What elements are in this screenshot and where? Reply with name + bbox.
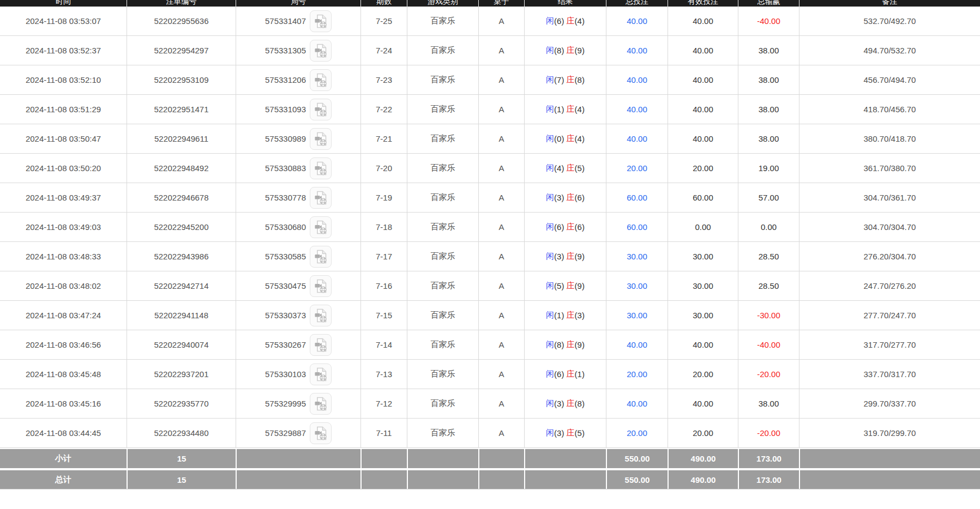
- replay-video-button[interactable]: [310, 128, 332, 150]
- replay-video-button[interactable]: [310, 187, 332, 209]
- player-result-label: 闲: [546, 16, 554, 26]
- video-replay-icon: [312, 307, 329, 324]
- table-name-cell: A: [478, 242, 524, 271]
- table-row: 2024-11-08 03:49:37522022946678575330778…: [0, 183, 980, 213]
- grand-total-empty-cell: [236, 470, 360, 489]
- player-result-value: (0): [554, 134, 564, 143]
- round-number: 575330989: [265, 134, 306, 143]
- result-cell: 闲(3) 庄(9): [524, 242, 606, 271]
- player-result-value: (6): [554, 369, 564, 379]
- total-bet-cell: 40.00: [606, 36, 668, 65]
- subtotal-count: 15: [127, 449, 236, 468]
- bet-id-cell: 522022934480: [127, 419, 236, 447]
- video-replay-icon: [312, 396, 329, 412]
- video-replay-icon: [312, 425, 329, 441]
- grand-total-empty-cell: [524, 470, 606, 489]
- replay-video-button[interactable]: [310, 305, 332, 326]
- table-row: 2024-11-08 03:49:03522022945200575330680…: [0, 213, 980, 242]
- round-number: 575330778: [265, 193, 306, 202]
- win-loss-cell: 38.00: [738, 36, 799, 65]
- column-header-table: 桌子: [478, 0, 524, 7]
- replay-video-button[interactable]: [310, 69, 332, 91]
- bet-id-cell: 522022935770: [127, 389, 236, 418]
- bet-id-cell: 522022949611: [127, 124, 236, 153]
- result-cell: 闲(8) 庄(9): [524, 330, 606, 359]
- valid-bet-cell: 60.00: [668, 183, 738, 212]
- replay-video-button[interactable]: [310, 157, 332, 179]
- replay-video-button[interactable]: [310, 246, 332, 268]
- bet-id-cell: 522022955636: [127, 7, 236, 35]
- round-cell: 575331093: [236, 95, 360, 124]
- replay-video-button[interactable]: [310, 422, 332, 444]
- valid-bet-cell: 40.00: [668, 124, 738, 153]
- replay-video-button[interactable]: [310, 334, 332, 356]
- period-cell: 7-13: [360, 360, 407, 389]
- player-result-value: (8): [554, 340, 564, 349]
- period-cell: 7-25: [360, 7, 407, 35]
- result-cell: 闲(3) 庄(8): [524, 389, 606, 418]
- table-row: 2024-11-08 03:47:24522022941148575330373…: [0, 301, 980, 330]
- player-result-value: (3): [554, 428, 564, 438]
- win-loss-cell: 0.00: [738, 213, 799, 241]
- game-type-cell: 百家乐: [407, 7, 478, 35]
- bet-id-cell: 522022937201: [127, 360, 236, 389]
- bet-id-cell: 522022941148: [127, 301, 236, 330]
- table-name-cell: A: [478, 124, 524, 153]
- banker-result-value: (8): [575, 75, 585, 84]
- win-loss-cell: 38.00: [738, 65, 799, 94]
- grand-total-label: 总计: [0, 470, 127, 489]
- banker-result-value: (4): [575, 16, 585, 26]
- round-number: 575331206: [265, 75, 306, 84]
- player-result-label: 闲: [546, 251, 554, 262]
- column-header-win-loss: 总输赢: [738, 0, 799, 7]
- banker-result-value: (6): [575, 222, 585, 232]
- balance-cell: 337.70/317.70: [799, 360, 980, 389]
- column-header-game-type: 游戏类别: [407, 0, 478, 7]
- player-result-value: (7): [554, 75, 564, 84]
- banker-result-label: 庄: [567, 163, 575, 173]
- table-name-cell: A: [478, 213, 524, 241]
- round-number: 575330585: [265, 252, 306, 261]
- balance-cell: 494.70/532.70: [799, 36, 980, 65]
- round-cell: 575330680: [236, 213, 360, 241]
- round-number: 575329887: [265, 428, 306, 438]
- valid-bet-cell: 40.00: [668, 65, 738, 94]
- replay-video-button[interactable]: [310, 216, 332, 238]
- replay-video-button[interactable]: [310, 10, 332, 32]
- bet-history-page: 时间 注单编号 局号 期数 游戏类别 桌子 结果 总投注 有效投注 总输赢 备注…: [0, 0, 980, 509]
- valid-bet-cell: 20.00: [668, 419, 738, 447]
- valid-bet-cell: 30.00: [668, 271, 738, 300]
- total-bet-cell: 40.00: [606, 65, 668, 94]
- subtotal-empty-cell: [799, 449, 980, 468]
- replay-video-button[interactable]: [310, 275, 332, 297]
- table-header: 时间 注单编号 局号 期数 游戏类别 桌子 结果 总投注 有效投注 总输赢 备注: [0, 0, 980, 7]
- time-cell: 2024-11-08 03:52:10: [0, 65, 127, 94]
- valid-bet-cell: 40.00: [668, 330, 738, 359]
- column-header-period: 期数: [360, 0, 407, 7]
- win-loss-cell: 38.00: [738, 124, 799, 153]
- player-result-label: 闲: [546, 134, 554, 144]
- replay-video-button[interactable]: [310, 393, 332, 415]
- video-replay-icon: [312, 190, 329, 206]
- player-result-label: 闲: [546, 192, 554, 203]
- total-bet-cell: 20.00: [606, 154, 668, 183]
- player-result-label: 闲: [546, 340, 554, 350]
- game-type-cell: 百家乐: [407, 213, 478, 241]
- replay-video-button[interactable]: [310, 40, 332, 62]
- replay-video-button[interactable]: [310, 99, 332, 120]
- period-cell: 7-17: [360, 242, 407, 271]
- banker-result-value: (4): [575, 134, 585, 143]
- round-number: 575331305: [265, 46, 306, 55]
- win-loss-cell: -30.00: [738, 301, 799, 330]
- player-result-value: (5): [554, 281, 564, 290]
- round-cell: 575330103: [236, 360, 360, 389]
- banker-result-label: 庄: [567, 251, 575, 262]
- round-cell: 575331206: [236, 65, 360, 94]
- subtotal-empty-cell: [524, 449, 606, 468]
- banker-result-label: 庄: [567, 104, 575, 114]
- balance-cell: 319.70/299.70: [799, 419, 980, 447]
- balance-cell: 380.70/418.70: [799, 124, 980, 153]
- round-number: 575331407: [265, 16, 306, 26]
- table-name-cell: A: [478, 95, 524, 124]
- replay-video-button[interactable]: [310, 363, 332, 385]
